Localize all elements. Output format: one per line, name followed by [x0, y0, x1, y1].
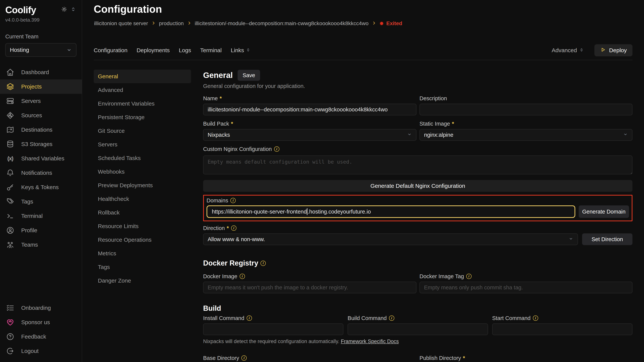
theme-sun-icon[interactable]	[61, 6, 67, 12]
sidebar-item-feedback[interactable]: Feedback	[0, 330, 82, 344]
sidebar-item-sources[interactable]: Sources	[0, 108, 82, 123]
section-nav-persistent-storage[interactable]: Persistent Storage	[94, 110, 191, 124]
sidebar-item-label: Profile	[21, 227, 37, 234]
sidebar-item-shared-variables[interactable]: (x) Shared Variables	[0, 151, 82, 166]
sidebar-collapse-icon[interactable]	[70, 6, 76, 12]
info-icon[interactable]	[389, 316, 394, 321]
advanced-dropdown[interactable]: Advanced	[552, 47, 584, 53]
section-nav-scheduled-tasks[interactable]: Scheduled Tasks	[94, 151, 191, 165]
domains-input[interactable]: https://illicitonion-quote-server-fronte…	[206, 205, 575, 218]
section-nav-tags[interactable]: Tags	[94, 260, 191, 274]
framework-docs-link[interactable]: Framework Specific Docs	[341, 339, 399, 344]
direction-value: Allow www & non-www.	[208, 236, 265, 243]
section-nav-resource-operations[interactable]: Resource Operations	[94, 233, 191, 247]
sidebar-item-servers[interactable]: Servers	[0, 94, 82, 108]
start-command-label: Start Command	[492, 315, 530, 321]
custom-nginx-textarea[interactable]	[203, 155, 632, 174]
deploy-button[interactable]: Deploy	[594, 44, 632, 56]
tab-configuration[interactable]: Configuration	[94, 47, 128, 53]
section-nav-general[interactable]: General	[94, 70, 191, 83]
info-icon[interactable]	[230, 198, 236, 203]
info-icon[interactable]	[274, 146, 280, 152]
static-image-select[interactable]: nginx:alpine	[420, 129, 632, 141]
build-heading: Build	[203, 304, 221, 313]
section-nav-metrics[interactable]: Metrics	[94, 247, 191, 260]
sidebar-item-tags[interactable]: Tags	[0, 194, 82, 209]
tab-terminal[interactable]: Terminal	[200, 47, 222, 53]
start-command-input[interactable]	[492, 324, 632, 335]
section-nav: General Advanced Environment Variables P…	[94, 70, 191, 288]
section-nav-webhooks[interactable]: Webhooks	[94, 165, 191, 179]
sidebar-item-label: Keys & Tokens	[21, 184, 59, 190]
info-icon[interactable]	[533, 316, 538, 321]
generate-domain-button[interactable]: Generate Domain	[579, 205, 629, 218]
breadcrumb-environment[interactable]: production	[159, 20, 184, 26]
tab-deployments[interactable]: Deployments	[136, 47, 170, 53]
sidebar-item-keys-tokens[interactable]: Keys & Tokens	[0, 180, 82, 194]
build-pack-label: Build Pack	[203, 121, 229, 127]
info-icon[interactable]	[241, 356, 247, 361]
docker-image-tag-input[interactable]	[420, 282, 632, 293]
section-nav-servers[interactable]: Servers	[94, 138, 191, 151]
breadcrumb-project[interactable]: illicitonion quote server	[94, 20, 148, 26]
info-icon[interactable]	[466, 274, 472, 279]
required-asterisk: *	[220, 95, 222, 102]
name-input[interactable]	[203, 104, 416, 115]
build-command-label: Build Command	[348, 315, 386, 321]
base-directory-field: Base Directory	[203, 355, 416, 362]
tab-links[interactable]: Links	[231, 47, 250, 53]
layers-icon	[6, 82, 14, 91]
direction-label: Direction	[203, 225, 225, 231]
sidebar-item-notifications[interactable]: Notifications	[0, 166, 82, 180]
section-nav-healthcheck[interactable]: Healthcheck	[94, 192, 191, 206]
docker-image-label: Docker Image	[203, 273, 238, 280]
sidebar-item-logout[interactable]: Logout	[0, 344, 82, 358]
sidebar-item-destinations[interactable]: Destinations	[0, 123, 82, 137]
docker-image-field: Docker Image	[203, 273, 416, 293]
build-pack-select[interactable]: Nixpacks	[203, 129, 416, 141]
description-input[interactable]	[420, 104, 632, 115]
app-logo: Coolify	[5, 4, 36, 15]
section-nav-preview-deployments[interactable]: Preview Deployments	[94, 179, 191, 192]
sidebar-item-terminal[interactable]: Terminal	[0, 209, 82, 223]
section-nav-git-source[interactable]: Git Source	[94, 124, 191, 138]
direction-select[interactable]: Allow www & non-www.	[203, 233, 578, 245]
sidebar-item-s3-storages[interactable]: S3 Storages	[0, 137, 82, 151]
section-nav-danger-zone[interactable]: Danger Zone	[94, 274, 191, 288]
sidebar-item-label: Logout	[21, 348, 38, 354]
home-icon	[6, 68, 14, 76]
sidebar-item-profile[interactable]: Profile	[0, 223, 82, 238]
info-icon[interactable]	[231, 225, 236, 231]
docker-image-input[interactable]	[203, 282, 416, 293]
sidebar-item-label: Terminal	[21, 213, 42, 219]
publish-directory-label: Publish Directory	[420, 355, 461, 361]
team-select[interactable]: Hosting	[5, 43, 76, 57]
breadcrumb-resource[interactable]: illicitestonion/-module--decomposition:m…	[195, 20, 368, 26]
sidebar-item-label: Feedback	[21, 334, 46, 340]
build-command-input[interactable]	[348, 324, 488, 335]
section-nav-rollback[interactable]: Rollback	[94, 206, 191, 219]
set-direction-button[interactable]: Set Direction	[582, 233, 632, 245]
text-caret	[307, 208, 308, 215]
sidebar-item-dashboard[interactable]: Dashboard	[0, 65, 82, 79]
general-heading: General	[203, 71, 233, 80]
sidebar-item-onboarding[interactable]: Onboarding	[0, 301, 82, 315]
server-icon	[6, 97, 14, 105]
sidebar-item-projects[interactable]: Projects	[0, 79, 82, 94]
toolbar-right: Advanced Deploy	[552, 44, 632, 56]
save-button[interactable]: Save	[238, 70, 260, 81]
info-icon[interactable]	[240, 274, 245, 279]
info-icon[interactable]	[247, 316, 252, 321]
install-command-input[interactable]	[203, 324, 344, 335]
section-nav-advanced[interactable]: Advanced	[94, 83, 191, 97]
chevron-down-icon	[568, 236, 574, 243]
sidebar-item-label: S3 Storages	[21, 141, 52, 147]
section-nav-environment-variables[interactable]: Environment Variables	[94, 97, 191, 110]
sidebar-item-sponsor-us[interactable]: Sponsor us	[0, 315, 82, 330]
section-nav-resource-limits[interactable]: Resource Limits	[94, 219, 191, 233]
info-icon[interactable]	[260, 261, 266, 266]
docker-image-tag-field: Docker Image Tag	[420, 273, 632, 293]
tab-logs[interactable]: Logs	[179, 47, 191, 53]
generate-nginx-button[interactable]: Generate Default Nginx Configuration	[203, 180, 632, 192]
sidebar-item-teams[interactable]: Teams	[0, 238, 82, 252]
